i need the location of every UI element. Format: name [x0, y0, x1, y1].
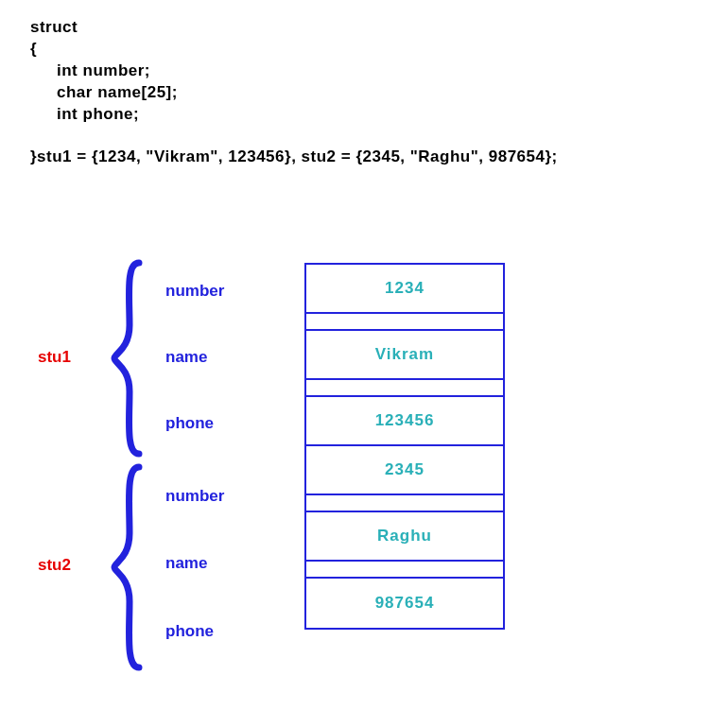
cell-gap	[306, 314, 503, 331]
struct-label-stu1: stu1	[38, 348, 71, 367]
field-label-number-1: number	[165, 282, 279, 301]
field-label-number-2: number	[165, 487, 279, 506]
field-label-name-2: name	[165, 554, 279, 573]
mem-cell-stu1-number: 1234	[306, 265, 503, 314]
brace-stu1	[109, 259, 156, 458]
code-l1: struct	[30, 17, 558, 39]
code-l4: char name[25];	[30, 82, 558, 104]
struct-label-stu2: stu2	[38, 556, 71, 575]
cell-gap	[306, 495, 503, 512]
struct-memory-diagram: stu1 stu2 number name phone number name …	[38, 265, 539, 671]
mem-cell-stu1-name: Vikram	[306, 331, 503, 380]
mem-cell-stu2-number: 2345	[306, 446, 503, 495]
field-label-name-1: name	[165, 348, 279, 367]
field-label-phone-1: phone	[165, 414, 279, 433]
code-l2: {	[30, 39, 558, 61]
cell-gap	[306, 380, 503, 397]
brace-stu2	[109, 463, 156, 671]
code-l3: int number;	[30, 61, 558, 82]
memory-table: 1234 Vikram 123456 2345 Raghu 987654	[304, 263, 505, 630]
field-label-phone-2: phone	[165, 622, 279, 641]
code-l5: int phone;	[30, 104, 558, 126]
mem-cell-stu2-phone: 987654	[306, 579, 503, 628]
code-l6: }stu1 = {1234, "Vikram", 123456}, stu2 =…	[30, 147, 558, 168]
mem-cell-stu1-phone: 123456	[306, 397, 503, 446]
code-block: struct { int number; char name[25]; int …	[30, 17, 558, 168]
cell-gap	[306, 562, 503, 579]
mem-cell-stu2-name: Raghu	[306, 512, 503, 562]
